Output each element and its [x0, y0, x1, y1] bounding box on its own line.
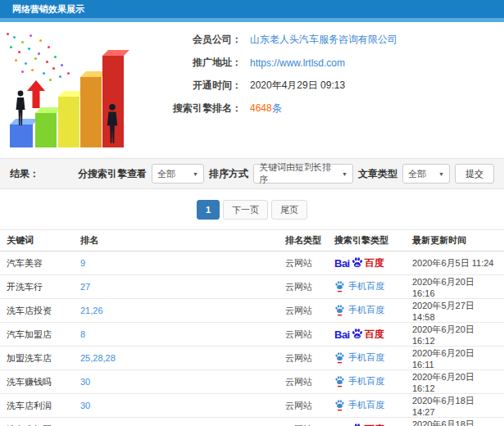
table-row: 洗车店投资 21,26 云网站 Bai du 百度: [0, 299, 504, 323]
chevron-down-icon: ▼: [188, 171, 198, 177]
keyword-cell: 汽车美容: [0, 252, 74, 275]
column-header-engine: 搜索引擎类型: [328, 230, 406, 252]
rank-count-suffix: 条: [272, 102, 282, 114]
baidu-logo-icon: Bai du 百度: [334, 256, 384, 270]
rank-cell[interactable]: 3: [74, 418, 279, 426]
rank-count-value: 4648条: [250, 102, 282, 116]
mobile-baidu-logo-icon: 手机百度: [334, 304, 384, 316]
engine-cell: Bai du 百度: [328, 252, 406, 275]
info-row-company: 会员公司： 山东老人头汽车服务咨询有限公司: [139, 33, 397, 47]
rank-type-cell: 云网站: [279, 299, 328, 323]
baidu-paw-icon: du: [351, 256, 364, 270]
engine-filter-select[interactable]: 全部 ▼: [152, 164, 204, 184]
sort-filter-value: 关键词由短到长排序: [259, 161, 337, 186]
page-button-current[interactable]: 1: [197, 200, 220, 220]
company-info-panel: 会员公司： 山东老人头汽车服务咨询有限公司 推广地址： https://www.…: [139, 22, 397, 158]
svg-text:du: du: [355, 334, 359, 338]
info-row-rank-count: 搜索引擎排名： 4648条: [139, 102, 397, 116]
person-figure-icon: [105, 103, 120, 144]
rank-type-cell: 云网站: [279, 394, 328, 418]
updated-time-cell: 2020年5月27日 14:58: [406, 299, 504, 323]
info-row-url: 推广地址： https://www.lrtlsd.com: [139, 56, 397, 70]
info-row-open-time: 开通时间： 2020年4月29日 09:13: [139, 79, 397, 93]
baidu-logo-icon: Bai du 百度: [334, 328, 384, 342]
submit-button[interactable]: 提交: [455, 164, 494, 184]
rank-cell[interactable]: 21,26: [74, 299, 279, 323]
article-type-value: 全部: [408, 168, 426, 180]
table-row: 开洗车行 27 云网站 Bai du 百度: [0, 275, 504, 299]
person-figure-icon: [14, 90, 27, 126]
rank-cell[interactable]: 30: [74, 370, 279, 394]
confetti-dots-icon: [7, 33, 9, 35]
baidu-logo-icon: Bai du 百度: [334, 423, 384, 426]
rank-cell[interactable]: 27: [74, 275, 279, 299]
baidu-paw-icon: du: [351, 328, 364, 341]
table-row: 洗车店加盟 3 云网站 Bai du 百度: [0, 418, 504, 426]
updated-time-cell: 2020年6月5日 11:24: [406, 252, 504, 275]
updated-time-cell: 2020年6月18日 14:30: [406, 418, 504, 426]
promo-url-link[interactable]: https://www.lrtlsd.com: [250, 57, 345, 69]
bar-chart-illustration: [0, 25, 139, 156]
rank-cell[interactable]: 25,28,28: [74, 347, 279, 370]
page-button-last[interactable]: 尾页: [271, 200, 307, 220]
open-time-label: 开通时间：: [139, 79, 242, 93]
keyword-cell: 洗车赚钱吗: [0, 370, 74, 394]
table-row: 汽车美容 9 云网站 Bai du 百度: [0, 252, 504, 275]
rank-type-cell: 云网站: [279, 370, 328, 394]
chart-bar-orange: [80, 77, 102, 147]
promo-url-label: 推广地址：: [139, 56, 242, 70]
mobile-baidu-logo-icon: 手机百度: [334, 375, 384, 387]
engine-cell: Bai du 百度: [328, 299, 406, 323]
chart-bar-blue: [10, 125, 33, 147]
rank-type-cell: 云网站: [279, 323, 328, 347]
updated-time-cell: 2020年6月20日 16:12: [406, 323, 504, 347]
column-header-rank: 排名: [74, 230, 279, 252]
engine-cell: Bai du 百度: [328, 323, 406, 347]
engine-cell: Bai du 百度: [328, 418, 406, 426]
rank-cell[interactable]: 8: [74, 323, 279, 347]
updated-time-cell: 2020年6月20日 16:11: [406, 347, 504, 370]
company-label: 会员公司：: [139, 33, 242, 47]
table-row: 汽车加盟店 8 云网站 Bai du 百度: [0, 323, 504, 347]
arrow-up-icon: [27, 80, 45, 108]
chart-bar-yellow: [58, 97, 79, 147]
baidu-paw-icon: du: [351, 423, 364, 426]
table-row: 洗车店利润 30 云网站 Bai du 百度: [0, 394, 504, 418]
mobile-baidu-paw-icon: [334, 399, 345, 411]
mobile-baidu-paw-icon: [334, 280, 345, 292]
sort-filter-select[interactable]: 关键词由短到长排序 ▼: [253, 164, 353, 184]
rank-type-cell: 云网站: [279, 275, 328, 299]
engine-filter-value: 全部: [157, 168, 175, 180]
updated-time-cell: 2020年6月20日 16:12: [406, 370, 504, 394]
rank-count-number: 4648: [250, 102, 272, 114]
filter-bar: 结果： 分搜索引擎查看 全部 ▼ 排序方式 关键词由短到长排序 ▼ 文章类型 全…: [0, 158, 504, 189]
chevron-down-icon: ▼: [434, 171, 444, 177]
rank-cell[interactable]: 9: [74, 252, 279, 275]
page-button-next[interactable]: 下一页: [223, 200, 268, 220]
column-header-keyword: 关键词: [0, 230, 74, 252]
column-header-time: 最新更新时间: [406, 230, 504, 252]
page-header: 网络营销效果展示: [0, 0, 504, 18]
keyword-cell: 加盟洗车店: [0, 347, 74, 370]
results-table: 关键词 排名 排名类型 搜索引擎类型 最新更新时间 汽车美容 9 云网站 Bai: [0, 229, 504, 426]
rank-type-cell: 云网站: [279, 252, 328, 275]
rank-type-cell: 云网站: [279, 418, 328, 426]
keyword-cell: 开洗车行: [0, 275, 74, 299]
rank-type-cell: 云网站: [279, 347, 328, 370]
mobile-baidu-logo-icon: 手机百度: [334, 351, 384, 364]
mobile-baidu-logo-icon: 手机百度: [334, 399, 384, 411]
chevron-down-icon: ▼: [337, 171, 347, 177]
company-name-link[interactable]: 山东老人头汽车服务咨询有限公司: [250, 33, 397, 47]
engine-filter-label: 分搜索引擎查看: [78, 167, 147, 181]
article-type-select[interactable]: 全部 ▼: [402, 164, 450, 184]
updated-time-cell: 2020年6月20日 16:16: [406, 275, 504, 299]
mobile-baidu-paw-icon: [334, 375, 345, 387]
rank-cell[interactable]: 30: [74, 394, 279, 418]
engine-cell: Bai du 百度: [328, 370, 406, 394]
engine-cell: Bai du 百度: [328, 347, 406, 370]
filter-controls: 分搜索引擎查看 全部 ▼ 排序方式 关键词由短到长排序 ▼ 文章类型 全部 ▼ …: [78, 164, 494, 184]
keyword-cell: 洗车店利润: [0, 394, 74, 418]
engine-cell: Bai du 百度: [328, 394, 406, 418]
page-title: 网络营销效果展示: [12, 4, 84, 14]
keyword-cell: 汽车加盟店: [0, 323, 74, 347]
